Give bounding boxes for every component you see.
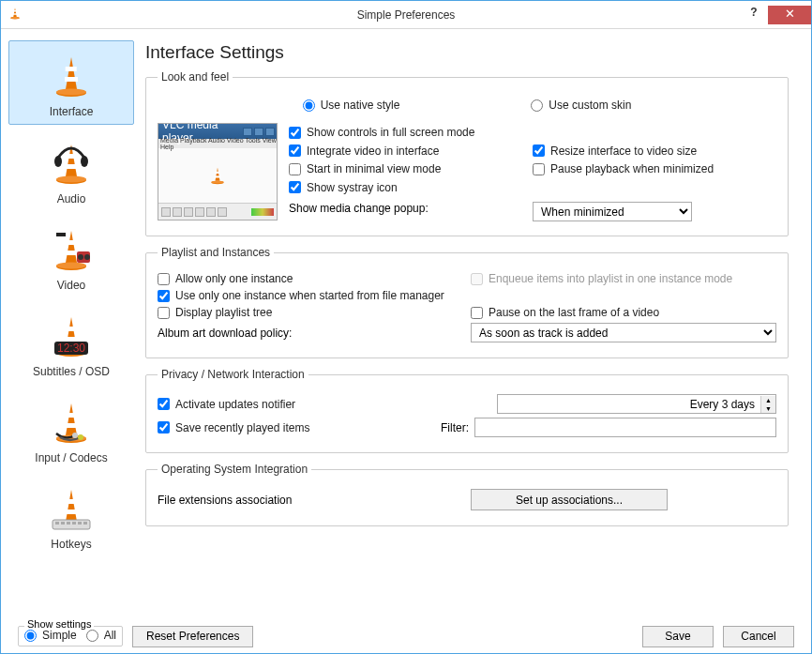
sidebar-item-label: Hotkeys — [8, 538, 134, 551]
svg-rect-16 — [55, 522, 59, 525]
sidebar-item-label: Subtitles / OSD — [8, 365, 134, 378]
checkbox-enqueue: Enqueue items into playlist in one insta… — [471, 272, 732, 285]
select-album-art[interactable]: As soon as track is added — [471, 323, 776, 342]
sidebar-item-label: Input / Codecs — [8, 451, 134, 464]
media-popup-label: Show media change popup: — [289, 202, 533, 221]
svg-point-9 — [78, 254, 83, 260]
checkbox-updates[interactable]: Activate updates notifier — [158, 398, 295, 411]
group-legend: Privacy / Network Interaction — [158, 368, 308, 381]
spinner-up-icon[interactable]: ▲ — [761, 396, 775, 404]
footer: Show settings Simple All Reset Preferenc… — [1, 617, 811, 654]
sidebar-item-subtitles[interactable]: 12:30 Subtitles / OSD — [8, 301, 134, 384]
close-button[interactable]: ✕ — [768, 6, 811, 24]
svg-point-6 — [81, 156, 88, 167]
checkbox-integrate-video[interactable]: Integrate video in interface — [289, 144, 439, 158]
svg-point-13 — [78, 434, 83, 440]
assoc-label: File extensions association — [158, 494, 463, 507]
sidebar-item-interface[interactable]: Interface — [8, 40, 134, 125]
svg-point-14 — [72, 433, 78, 438]
group-look-and-feel: Look and feel Use native style Use custo… — [145, 70, 789, 236]
svg-text:12:30: 12:30 — [57, 342, 85, 355]
radio-custom-skin[interactable]: Use custom skin — [531, 99, 631, 112]
checkbox-playlist-tree[interactable]: Display playlist tree — [158, 306, 272, 319]
sidebar-item-label: Video — [8, 279, 134, 292]
checkbox-filemgr-instance[interactable]: Use only one instance when started from … — [158, 289, 444, 302]
filter-input[interactable] — [474, 418, 776, 437]
group-legend: Operating System Integration — [158, 463, 311, 476]
show-settings-group: Show settings Simple All — [18, 626, 123, 646]
cone-cables-icon — [49, 396, 94, 449]
sidebar-item-label: Interface — [9, 105, 133, 118]
group-legend: Look and feel — [158, 70, 233, 84]
sidebar: Interface Audio Video — [1, 29, 142, 617]
checkbox-systray[interactable]: Show systray icon — [289, 181, 398, 194]
cone-keyboard-icon — [49, 482, 94, 535]
svg-rect-7 — [56, 233, 66, 236]
sidebar-item-audio[interactable]: Audio — [8, 129, 134, 211]
window-title: Simple Preferences — [357, 8, 456, 22]
page-title: Interface Settings — [145, 42, 789, 63]
checkbox-pause-minimized[interactable]: Pause playback when minimized — [533, 162, 714, 175]
group-os: Operating System Integration File extens… — [145, 463, 789, 526]
sidebar-item-label: Audio — [8, 192, 134, 205]
radio-native-style[interactable]: Use native style — [303, 99, 400, 112]
spinner-update-interval[interactable]: ▲▼ — [497, 394, 776, 414]
sidebar-item-video[interactable]: Video — [8, 215, 134, 297]
svg-point-5 — [54, 156, 62, 167]
cone-film-icon — [49, 223, 94, 276]
checkbox-one-instance[interactable]: Allow only one instance — [158, 272, 293, 285]
radio-simple[interactable]: Simple — [24, 629, 77, 642]
checkbox-save-recent[interactable]: Save recently played items — [158, 421, 309, 434]
setup-associations-button[interactable]: Set up associations... — [471, 489, 668, 510]
svg-rect-20 — [78, 522, 82, 525]
checkbox-fullscreen-controls[interactable]: Show controls in full screen mode — [289, 126, 474, 139]
album-art-label: Album art download policy: — [158, 327, 463, 340]
svg-point-10 — [84, 254, 90, 260]
app-icon — [8, 6, 22, 23]
help-button[interactable]: ? — [740, 6, 768, 24]
group-playlist: Playlist and Instances Allow only one in… — [145, 246, 789, 358]
sidebar-item-codecs[interactable]: Input / Codecs — [8, 388, 134, 470]
svg-rect-18 — [67, 522, 70, 525]
cone-headphones-icon — [49, 137, 94, 190]
checkbox-resize-interface[interactable]: Resize interface to video size — [533, 144, 697, 158]
save-button[interactable]: Save — [642, 626, 714, 647]
svg-rect-21 — [83, 522, 87, 525]
show-settings-label: Show settings — [24, 618, 94, 630]
update-interval-field[interactable] — [498, 395, 760, 413]
reset-button[interactable]: Reset Preferences — [132, 626, 253, 647]
select-media-popup[interactable]: When minimized — [533, 202, 692, 221]
checkbox-last-frame[interactable]: Pause on the last frame of a video — [471, 306, 659, 319]
group-privacy: Privacy / Network Interaction Activate u… — [145, 368, 789, 453]
group-legend: Playlist and Instances — [158, 246, 274, 259]
cancel-button[interactable]: Cancel — [723, 626, 794, 647]
cone-osd-icon: 12:30 — [49, 310, 94, 362]
spinner-down-icon[interactable]: ▼ — [761, 404, 775, 413]
cone-icon — [49, 50, 94, 102]
checkbox-minimal-view[interactable]: Start in minimal view mode — [289, 162, 441, 175]
svg-rect-17 — [61, 522, 65, 525]
filter-label: Filter: — [441, 421, 469, 434]
svg-rect-19 — [72, 522, 76, 525]
skin-preview: VLC media player Media Playback Audio Vi… — [158, 123, 278, 221]
titlebar: Simple Preferences ? ✕ — [1, 1, 811, 29]
sidebar-item-hotkeys[interactable]: Hotkeys — [8, 474, 134, 556]
radio-all[interactable]: All — [86, 629, 116, 642]
